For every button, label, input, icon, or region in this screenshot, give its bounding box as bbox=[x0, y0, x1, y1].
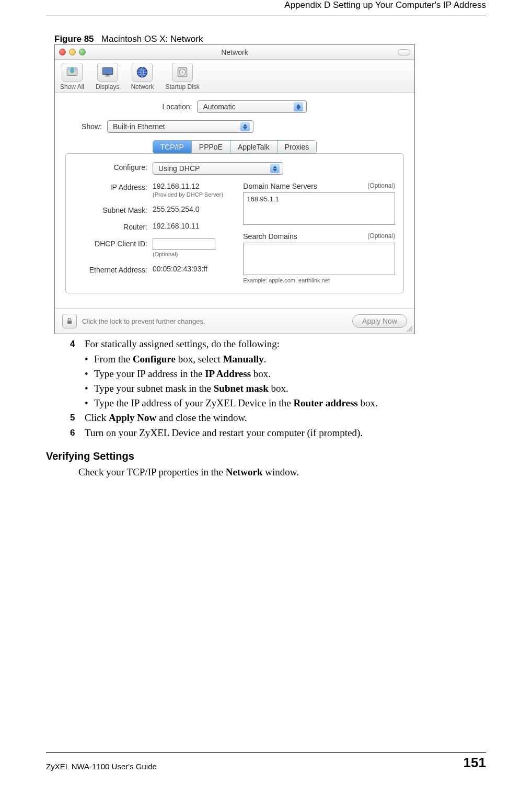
toolbar-network[interactable]: Network bbox=[131, 63, 154, 90]
select-arrows-icon bbox=[270, 164, 280, 173]
step-5-text: Click Apply Now and close the window. bbox=[85, 411, 247, 424]
step-number-4: 4 bbox=[70, 337, 85, 350]
tab-appletalk[interactable]: AppleTalk bbox=[230, 141, 277, 153]
network-tabs: TCP/IP PPPoE AppleTalk Proxies bbox=[153, 140, 317, 154]
router-value: 192.168.10.11 bbox=[153, 222, 200, 230]
displays-icon bbox=[97, 63, 118, 82]
running-header: Appendix D Setting up Your Computer's IP… bbox=[46, 0, 486, 10]
lock-text: Click the lock to prevent further change… bbox=[82, 317, 205, 325]
svg-rect-4 bbox=[105, 76, 110, 77]
toolbar-startup-disk[interactable]: Startup Disk bbox=[165, 63, 199, 90]
select-arrows-icon bbox=[240, 122, 250, 131]
svg-rect-3 bbox=[106, 75, 109, 76]
dhcp-client-id-input[interactable] bbox=[153, 238, 215, 250]
macosx-network-window: Network Show All Displays Network bbox=[54, 44, 415, 334]
toolbar-label: Startup Disk bbox=[165, 83, 199, 90]
window-titlebar[interactable]: Network bbox=[55, 45, 414, 60]
close-icon[interactable] bbox=[59, 49, 66, 55]
traffic-lights bbox=[59, 49, 86, 55]
figure-title: Macintosh OS X: Network bbox=[101, 34, 203, 44]
header-rule bbox=[46, 16, 486, 16]
zoom-icon[interactable] bbox=[79, 49, 86, 55]
dns-input[interactable]: 168.95.1.1 bbox=[243, 192, 395, 225]
figure-caption: Figure 85 Macintosh OS X: Network bbox=[54, 34, 486, 44]
lock-icon bbox=[65, 317, 74, 325]
svg-rect-9 bbox=[67, 321, 72, 324]
show-value: Built-in Ethernet bbox=[113, 122, 165, 131]
router-label: Router: bbox=[74, 222, 147, 231]
search-domains-example: Example: apple.com, earthlink.net bbox=[243, 277, 395, 283]
toolbar-label: Network bbox=[131, 83, 154, 90]
dhcp-client-id-sub: (Optional) bbox=[153, 251, 215, 257]
subnet-mask-label: Subnet Mask: bbox=[74, 205, 147, 214]
search-domains-label: Search Domains bbox=[243, 232, 297, 241]
dns-label: Domain Name Servers bbox=[243, 182, 317, 190]
step-6-text: Turn on your ZyXEL Device and restart yo… bbox=[85, 426, 363, 439]
svg-rect-2 bbox=[102, 67, 113, 74]
bullet-1: •From the Configure box, select Manually… bbox=[85, 352, 486, 366]
window-title: Network bbox=[55, 48, 414, 56]
show-label: Show: bbox=[65, 122, 102, 131]
select-arrows-icon bbox=[294, 102, 303, 111]
toolbar-toggle-icon[interactable] bbox=[398, 49, 410, 55]
ip-address-label: IP Address: bbox=[74, 182, 147, 191]
bullet-2: •Type your IP address in the IP Address … bbox=[85, 367, 486, 380]
network-icon bbox=[132, 63, 153, 82]
window-content: Location: Automatic Show: Built-in Ether… bbox=[55, 93, 414, 302]
step-number-6: 6 bbox=[70, 426, 85, 439]
preferences-toolbar: Show All Displays Network Startup Disk bbox=[55, 60, 414, 93]
ethernet-address-value: 00:05:02:43:93:ff bbox=[153, 265, 207, 273]
toolbar-show-all[interactable]: Show All bbox=[60, 63, 84, 90]
apply-now-button[interactable]: Apply Now bbox=[352, 314, 407, 328]
search-domains-optional: (Optional) bbox=[367, 232, 395, 241]
startup-disk-icon bbox=[172, 63, 193, 82]
search-domains-input[interactable] bbox=[243, 243, 395, 275]
minimize-icon[interactable] bbox=[69, 49, 76, 55]
section-heading: Verifying Settings bbox=[46, 450, 486, 462]
toolbar-label: Displays bbox=[96, 83, 119, 90]
ip-address-sub: (Provided by DHCP Server) bbox=[153, 191, 223, 198]
subnet-mask-value: 255.255.254.0 bbox=[153, 205, 200, 213]
tcpip-panel: Configure: Using DHCP IP Address: 192.16… bbox=[65, 153, 404, 293]
configure-label: Configure: bbox=[74, 162, 147, 172]
location-value: Automatic bbox=[203, 103, 235, 111]
tab-tcpip[interactable]: TCP/IP bbox=[153, 141, 192, 153]
bullet-3: •Type your subnet mask in the Subnet mas… bbox=[85, 382, 486, 395]
configure-value: Using DHCP bbox=[158, 164, 200, 173]
svg-point-8 bbox=[182, 72, 183, 73]
footer-guide-name: ZyXEL NWA-1100 User's Guide bbox=[46, 762, 157, 771]
toolbar-label: Show All bbox=[60, 83, 84, 90]
toolbar-displays[interactable]: Displays bbox=[96, 63, 119, 90]
location-label: Location: bbox=[163, 103, 192, 111]
bullet-4: •Type the IP address of your ZyXEL Devic… bbox=[85, 396, 486, 409]
show-select[interactable]: Built-in Ethernet bbox=[107, 120, 253, 133]
dhcp-client-id-label: DHCP Client ID: bbox=[74, 238, 147, 248]
show-all-icon bbox=[62, 63, 83, 82]
dns-optional: (Optional) bbox=[367, 182, 395, 190]
configure-select[interactable]: Using DHCP bbox=[153, 162, 283, 175]
lock-button[interactable] bbox=[62, 314, 77, 328]
ethernet-address-label: Ethernet Address: bbox=[74, 265, 147, 274]
ip-address-value: 192.168.11.12 bbox=[153, 182, 223, 190]
location-select[interactable]: Automatic bbox=[197, 100, 307, 113]
page-number: 151 bbox=[464, 755, 486, 771]
figure-number: Figure 85 bbox=[54, 34, 94, 44]
verifying-paragraph: Check your TCP/IP properties in the Netw… bbox=[78, 466, 486, 478]
page-footer: ZyXEL NWA-1100 User's Guide 151 bbox=[46, 752, 486, 771]
step-4-text: For statically assigned settings, do the… bbox=[85, 337, 280, 350]
window-footer: Click the lock to prevent further change… bbox=[55, 308, 414, 334]
tab-proxies[interactable]: Proxies bbox=[277, 141, 317, 153]
step-number-5: 5 bbox=[70, 411, 85, 424]
resize-grip-icon[interactable] bbox=[406, 325, 413, 333]
tab-pppoe[interactable]: PPPoE bbox=[192, 141, 230, 153]
